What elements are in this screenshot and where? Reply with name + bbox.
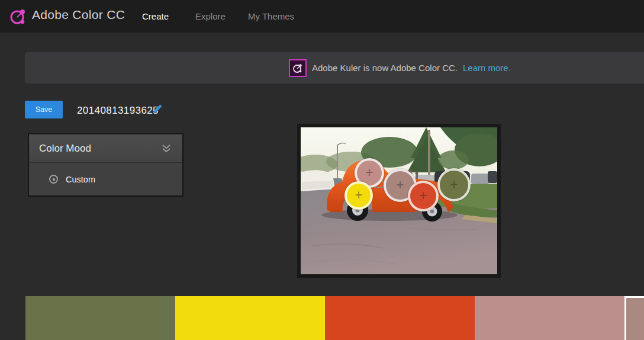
navbar: Adobe Color CC Create Explore My Themes <box>0 0 644 33</box>
color-palette <box>25 296 644 340</box>
picker-plus-icon: + <box>365 166 373 179</box>
palette-swatch-muted-pink[interactable] <box>475 296 624 340</box>
banner-message: Adobe Kuler is now Adobe Color CC. <box>312 63 458 73</box>
picker-plus-icon: + <box>419 189 427 203</box>
color-picker-orange-red[interactable]: + <box>408 181 439 211</box>
mood-option-label: Custom <box>66 175 95 184</box>
collapse-double-chevron-icon[interactable] <box>161 144 172 153</box>
app-title: Adobe Color CC <box>32 8 125 22</box>
color-mood-body: Custom <box>29 163 182 195</box>
learn-more-link[interactable]: Learn more. <box>463 63 511 73</box>
picker-plus-icon: + <box>396 178 404 192</box>
tab-my-themes[interactable]: My Themes <box>248 11 294 21</box>
kuler-banner: Adobe Kuler is now Adobe Color CC. Learn… <box>25 52 644 84</box>
kuler-logo-icon <box>289 59 307 77</box>
tab-create[interactable]: Create <box>142 11 169 21</box>
save-button[interactable]: Save <box>25 101 63 118</box>
palette-swatch-orange-red[interactable] <box>325 296 475 340</box>
edit-theme-name-icon[interactable] <box>151 104 163 116</box>
picker-plus-icon: + <box>355 188 362 202</box>
color-mood-panel: Color Mood Custom <box>28 133 183 197</box>
photo-frame: +++++ <box>297 124 501 278</box>
palette-swatch-yellow[interactable] <box>175 296 325 340</box>
adobe-color-logo-icon[interactable] <box>8 7 28 27</box>
palette-swatch-mauve[interactable] <box>624 296 644 340</box>
picker-plus-icon: + <box>450 178 458 191</box>
radio-selected-icon[interactable] <box>49 175 58 184</box>
color-mood-title: Color Mood <box>39 143 161 155</box>
mood-option-custom[interactable]: Custom <box>49 175 95 184</box>
picker-layer: +++++ <box>301 127 497 274</box>
tab-explore[interactable]: Explore <box>195 11 226 21</box>
theme-name: 20140813193625 <box>77 105 159 117</box>
palette-swatch-olive-green[interactable] <box>25 296 175 340</box>
color-picker-olive[interactable]: + <box>437 168 471 201</box>
color-mood-header[interactable]: Color Mood <box>29 134 182 163</box>
source-photo[interactable]: +++++ <box>301 127 497 274</box>
adobe-color-screen: Adobe Color CC Create Explore My Themes … <box>0 0 644 340</box>
color-picker-yellow[interactable]: + <box>344 181 373 210</box>
